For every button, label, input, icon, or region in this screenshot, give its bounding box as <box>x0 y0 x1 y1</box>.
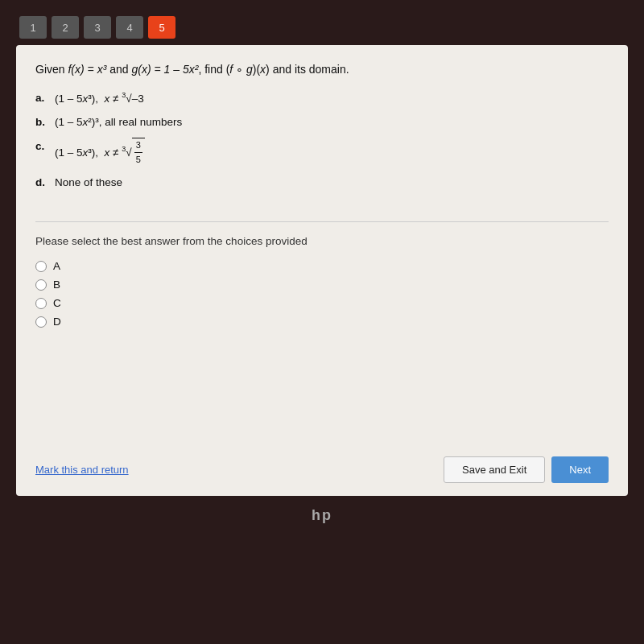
radio-option-a[interactable]: A <box>35 260 609 272</box>
radio-label-c: C <box>53 297 61 309</box>
radio-option-d[interactable]: D <box>35 316 609 328</box>
card-footer: Mark this and return Save and Exit Next <box>35 448 609 483</box>
choice-b: b. (1 – 5x²)³, all real numbers <box>35 114 609 131</box>
footer-buttons: Save and Exit Next <box>444 456 609 483</box>
f-definition: f(x) = x³ <box>68 63 106 76</box>
radio-label-d: D <box>53 316 61 328</box>
question-text: Given f(x) = x³ and g(x) = 1 – 5x², find… <box>35 61 609 78</box>
g-definition: g(x) = 1 – 5x² <box>131 63 198 76</box>
tab-4[interactable]: 4 <box>116 16 143 39</box>
save-exit-button[interactable]: Save and Exit <box>444 456 545 483</box>
radio-group: A B C D <box>35 260 609 328</box>
quiz-card: Given f(x) = x³ and g(x) = 1 – 5x², find… <box>16 45 628 496</box>
choice-c: c. (1 – 5x³), x ≠ 3√ 3 5 <box>35 138 609 167</box>
hp-logo: hp <box>16 507 628 524</box>
radio-label-a: A <box>53 260 60 272</box>
tab-1[interactable]: 1 <box>19 16 47 39</box>
radio-circle-c[interactable] <box>35 298 47 309</box>
radio-circle-d[interactable] <box>35 316 47 328</box>
next-button[interactable]: Next <box>551 456 609 483</box>
tab-5[interactable]: 5 <box>148 16 175 39</box>
choice-a: a. (1 – 5x³), x ≠ 3√–3 <box>35 89 609 107</box>
tab-2[interactable]: 2 <box>52 16 79 39</box>
tab-bar: 1 2 3 4 5 <box>16 16 628 39</box>
radio-circle-b[interactable] <box>35 279 47 291</box>
tab-3[interactable]: 3 <box>84 16 111 39</box>
mark-return-link[interactable]: Mark this and return <box>35 464 129 476</box>
radio-label-b: B <box>53 279 60 291</box>
choice-d: d. None of these <box>35 174 609 192</box>
radio-option-b[interactable]: B <box>35 279 609 291</box>
fog-notation: (f ∘ g)(x) <box>226 63 270 76</box>
radio-circle-a[interactable] <box>35 261 47 272</box>
divider <box>35 221 609 222</box>
radio-option-c[interactable]: C <box>35 297 609 309</box>
choices-list: a. (1 – 5x³), x ≠ 3√–3 b. (1 – 5x²)³, al… <box>35 89 609 197</box>
select-prompt: Please select the best answer from the c… <box>35 235 609 247</box>
